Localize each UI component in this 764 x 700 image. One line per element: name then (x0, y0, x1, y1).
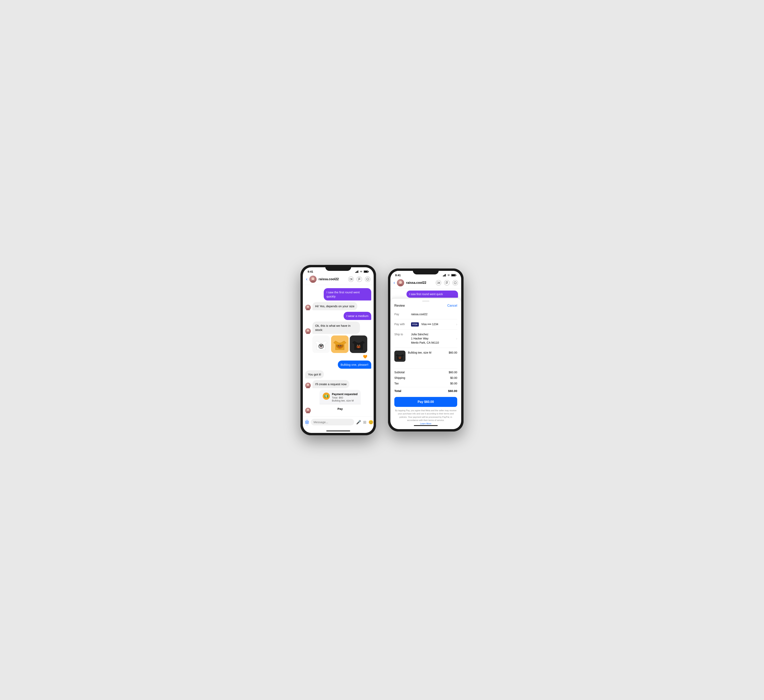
message-row-7: You got it! (305, 370, 371, 378)
ship-name: Julia Sánchez (411, 333, 428, 336)
dark-tshirt-svg (351, 337, 366, 352)
review-row-pay-with[interactable]: Pay with VISA Visa •••• 1234 › (395, 319, 457, 330)
back-button-2[interactable]: ‹ (393, 280, 395, 285)
message-bubble-6: Bulldog one, please!! (338, 361, 371, 369)
pay-with-label: Pay with (395, 322, 409, 326)
svg-point-26 (341, 345, 341, 345)
subtotal-row: Subtotal $60.00 (395, 369, 457, 375)
review-header: Review Cancel (390, 302, 461, 309)
svg-point-20 (321, 347, 322, 347)
shipping-value: $0.00 (450, 376, 457, 380)
flag-icon[interactable] (357, 277, 362, 282)
sender-avatar-4 (305, 328, 311, 334)
svg-rect-44 (445, 274, 445, 277)
svg-point-38 (360, 345, 360, 345)
message-bubble-2: Hi! Yes, depends on your size (312, 302, 357, 310)
total-label: Total (395, 389, 401, 392)
svg-point-41 (306, 422, 308, 423)
svg-rect-49 (437, 282, 439, 284)
svg-rect-48 (456, 275, 456, 276)
message-row-8: I'll create a request now (305, 380, 371, 388)
home-bar (326, 431, 350, 431)
heart-reaction: 🧡 (305, 355, 371, 359)
white-tshirt-svg (314, 337, 329, 352)
avatar-image-2 (397, 279, 404, 286)
sender-avatar-2 (305, 305, 311, 310)
payment-button-row: Pay (319, 404, 361, 413)
pay-button[interactable]: Pay (321, 406, 359, 411)
video-icon-2[interactable] (436, 280, 441, 286)
ship-to-value: Julia Sánchez 1 Hacker Way Menlo Park, C… (411, 332, 454, 345)
tax-label: Tax (395, 382, 399, 385)
review-row-ship[interactable]: Ship to Julia Sánchez 1 Hacker Way Menlo… (395, 330, 457, 348)
camera-button[interactable] (305, 419, 309, 426)
pay-with-value: VISA Visa •••• 1234 (411, 322, 454, 327)
phone-notch (325, 265, 351, 271)
nav-action-icons: i (348, 277, 371, 282)
learn-more-link[interactable]: Learn More (420, 422, 431, 425)
wifi-icon (360, 270, 363, 273)
message-bubble-3: I wear a medium (344, 312, 371, 320)
contact-name: raissa.cool22 (319, 277, 346, 281)
photo-icon[interactable]: ⊞ (363, 420, 366, 425)
review-row-item: Bulldog tee, size M $60.00 (395, 348, 457, 364)
item-name: Bulldog tee, size M (408, 351, 446, 355)
status-icons (355, 270, 369, 273)
subtotal-value: $60.00 (449, 371, 457, 374)
avatar (309, 276, 316, 283)
message-bubble-8: I'll create a request now (312, 380, 349, 388)
svg-rect-42 (443, 276, 443, 277)
info-icon-2[interactable]: i (452, 280, 458, 286)
svg-point-59 (399, 358, 400, 359)
product-thumbnail (395, 351, 405, 362)
chat-area[interactable]: I saw the first round went quickly Hi! Y… (303, 285, 374, 416)
svg-point-17 (320, 345, 321, 345)
payment-total: Total: $60 (332, 396, 357, 399)
phone-2-notch (413, 269, 439, 274)
ship-city: Menlo Park, CA 94110 (411, 341, 439, 344)
svg-point-25 (339, 345, 339, 345)
sticker-icon[interactable]: 😊 (368, 420, 373, 425)
message-input[interactable] (311, 419, 354, 425)
phone-1: 9:41 (301, 265, 376, 435)
svg-point-18 (322, 345, 322, 345)
svg-rect-47 (452, 275, 455, 276)
svg-rect-6 (368, 271, 369, 272)
video-icon[interactable] (348, 277, 354, 282)
product-image-3[interactable] (350, 336, 367, 353)
svg-rect-0 (355, 272, 356, 273)
payment-title: Payment requested (332, 392, 357, 396)
signal-icon-2 (443, 274, 446, 277)
product-image-2[interactable] (331, 336, 349, 353)
tax-row: Tax $0.00 (395, 381, 457, 386)
status-time: 9:41 (308, 270, 313, 273)
info-icon[interactable]: i (365, 277, 371, 282)
product-thumb-svg (395, 352, 405, 361)
phone2-background: 9:41 (390, 271, 461, 302)
message-row-6: Bulldog one, please!! (305, 361, 371, 369)
product-image-1[interactable] (312, 336, 330, 353)
phone-screen: 9:41 (303, 267, 374, 433)
svg-text:i: i (368, 279, 368, 280)
tax-value: $0.00 (450, 382, 457, 385)
message-bubble-7: You got it! (305, 370, 324, 378)
totals-section: Subtotal $60.00 Shipping $0.00 Tax $0.00… (390, 366, 461, 394)
wifi-icon-2 (447, 274, 450, 277)
subtotal-label: Subtotal (395, 371, 404, 374)
review-cancel-button[interactable]: Cancel (447, 304, 457, 308)
svg-rect-1 (356, 272, 357, 273)
message-row-2: Hi! Yes, depends on your size (305, 302, 371, 310)
payment-icon: 💵 (323, 392, 330, 400)
total-value: $60.00 (448, 389, 457, 392)
svg-point-40 (358, 347, 359, 348)
shipping-label: Shipping (395, 376, 405, 380)
review-overlay: Review Cancel Pay raissa.cool22 Pay with… (390, 299, 461, 429)
flag-icon-2[interactable] (444, 280, 449, 286)
pay-big-button[interactable]: Pay $60.00 (395, 397, 457, 407)
microphone-icon[interactable]: 🎤 (356, 420, 361, 425)
back-button[interactable]: ‹ (306, 277, 307, 282)
orange-tshirt-svg (332, 337, 347, 352)
payment-card[interactable]: 💵 Payment requested Total: $60 Bulldog t… (319, 390, 361, 413)
sender-avatar-8 (305, 383, 311, 388)
signal-icon (355, 270, 359, 273)
